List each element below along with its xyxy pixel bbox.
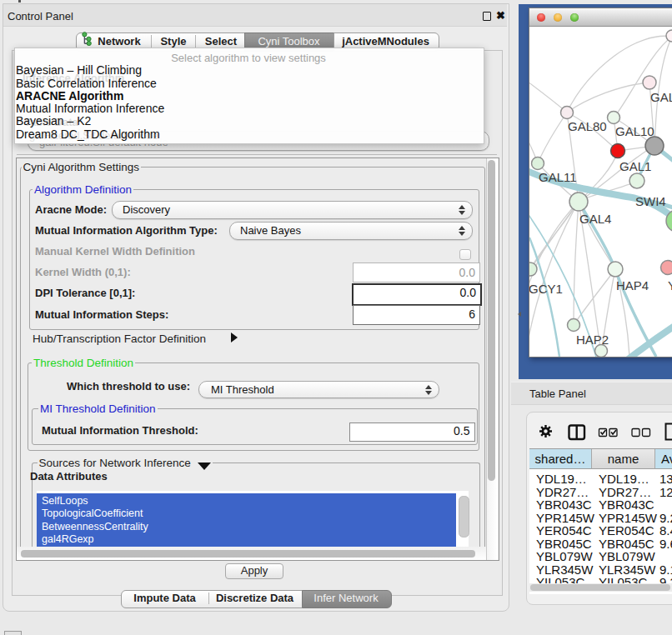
svg-text:HAP2: HAP2 xyxy=(576,332,609,347)
svg-text:HAP4: HAP4 xyxy=(616,278,649,292)
svg-text:GAL10: GAL10 xyxy=(615,124,654,138)
svg-text:GAL2: GAL2 xyxy=(650,90,672,104)
svg-text:GCY1: GCY1 xyxy=(529,282,563,296)
svg-text:GAL80: GAL80 xyxy=(568,119,607,133)
svg-text:GAL4: GAL4 xyxy=(579,212,611,226)
svg-text:SWI4: SWI4 xyxy=(635,194,666,208)
svg-text:GAL1: GAL1 xyxy=(619,159,651,173)
svg-text:GAL11: GAL11 xyxy=(539,170,577,184)
svg-text:YI: YI xyxy=(668,278,672,292)
